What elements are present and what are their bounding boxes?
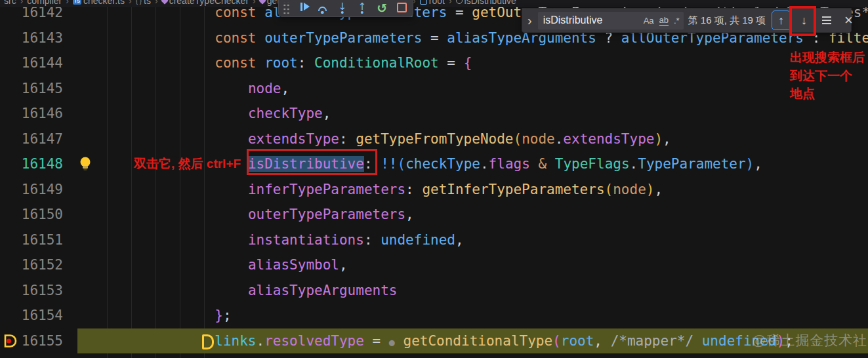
line-number[interactable]: 16146: [0, 101, 63, 127]
code-token: ): [646, 182, 655, 197]
code-token: flags: [489, 156, 530, 172]
code-line[interactable]: aliasTypeArguments: [82, 278, 868, 304]
find-close-button[interactable]: [840, 11, 858, 30]
step-into-icon[interactable]: [335, 0, 349, 14]
regex-toggle[interactable]: .*: [674, 16, 680, 26]
code-token: .: [480, 156, 489, 172]
restart-icon[interactable]: [375, 0, 389, 14]
code-token: ,: [339, 257, 348, 273]
annotation-tip-line: 到达下一个: [790, 67, 865, 85]
match-case-toggle[interactable]: Aa: [644, 16, 654, 26]
line-number[interactable]: 16154: [0, 303, 63, 328]
code-line[interactable]: aliasSymbol,: [82, 252, 868, 278]
code-line[interactable]: instantiations: undefined,: [82, 228, 868, 253]
code-token: [82, 182, 248, 197]
code-token: getConditionalType: [403, 333, 553, 349]
lightbulb-icon[interactable]: [78, 156, 93, 173]
code-token: =: [364, 333, 389, 349]
field-icon: [420, 0, 427, 5]
breakpoint-stackframe-icon[interactable]: [3, 334, 18, 349]
code-token: TypeFlags: [555, 156, 630, 172]
code-token: [82, 207, 248, 222]
breadcrumb-item-ts[interactable]: ts: [136, 0, 151, 6]
vscode-editor-window: 1614216143161441614516146161471614816149…: [0, 0, 868, 358]
breadcrumb-separator: ›: [253, 0, 256, 6]
code-line[interactable]: const root: ConditionalRoot = {: [82, 50, 868, 76]
find-toggles: Aaab.*: [644, 15, 680, 26]
breadcrumb-label: compiler: [27, 0, 62, 6]
line-number[interactable]: 16151: [0, 228, 63, 253]
code-token: [82, 30, 215, 46]
code-line[interactable]: node,: [82, 76, 868, 102]
code-token: [82, 232, 248, 248]
whole-word-toggle[interactable]: ab: [659, 15, 669, 26]
breadcrumb-item-src[interactable]: src: [4, 0, 16, 6]
method-icon: [258, 0, 266, 5]
line-number[interactable]: 16150: [0, 202, 63, 228]
code-token: (: [605, 182, 613, 197]
breadcrumb-item-checker.ts[interactable]: checker.ts: [73, 0, 125, 6]
breadcrumb-separator: ›: [66, 0, 69, 6]
breadcrumb-label: checker.ts: [83, 0, 125, 6]
breadcrumb-item-root[interactable]: root: [420, 0, 445, 6]
code-token: getInferTypeParameters: [422, 182, 604, 197]
code-token: =: [422, 30, 447, 46]
line-number[interactable]: 16147: [0, 127, 63, 152]
code-token: [547, 156, 555, 172]
debug-toolbar[interactable]: [278, 0, 413, 17]
line-number[interactable]: 16148: [0, 151, 63, 177]
ts-file-icon: [73, 0, 81, 5]
line-number[interactable]: 16153: [0, 278, 63, 304]
continue-icon[interactable]: [296, 0, 310, 14]
code-token: (: [513, 131, 522, 147]
code-line[interactable]: links.resolvedType = ● getConditionalTyp…: [82, 328, 868, 354]
code-line[interactable]: checkType,: [82, 101, 868, 127]
code-token: instantiations: [248, 232, 364, 248]
code-token: [82, 257, 248, 273]
line-number[interactable]: 16149: [0, 177, 63, 203]
line-number[interactable]: 16143: [0, 26, 63, 51]
breadcrumb-separator: ›: [129, 0, 132, 6]
line-number[interactable]: 16152: [0, 252, 63, 278]
stop-icon[interactable]: [395, 0, 409, 14]
code-token: [82, 81, 248, 96]
code-token: [395, 333, 403, 349]
find-input[interactable]: [542, 14, 639, 27]
code-token: isDistributive: [248, 156, 364, 172]
breadcrumb-label: createTypeChecker: [169, 0, 249, 6]
code-token: ,: [405, 207, 414, 222]
code-token: ,: [754, 156, 762, 172]
line-number[interactable]: 16156: [0, 353, 63, 358]
annotation-tip-line: 出现搜索框后: [790, 49, 865, 67]
code-token: .: [257, 333, 265, 349]
code-line[interactable]: outerTypeParameters,: [82, 202, 868, 228]
breadcrumb-item-createTypeChecker[interactable]: createTypeChecker: [162, 0, 249, 6]
code-line[interactable]: inferTypeParameters: getInferTypeParamet…: [82, 177, 868, 203]
breadcrumb-item-isDistributive[interactable]: isDistributive: [456, 0, 516, 6]
code-token: ConditionalRoot: [314, 55, 439, 71]
find-previous-button[interactable]: [772, 10, 791, 30]
step-over-icon[interactable]: [316, 0, 329, 14]
toggle-replace-chevron[interactable]: ›: [526, 14, 533, 27]
code-line[interactable]: if (outerTypeParameters) {: [82, 353, 868, 358]
code-token: ): [746, 156, 754, 172]
code-area[interactable]: const allOuterTypeParameters = getOuterT…: [0, 0, 868, 358]
code-line[interactable]: };: [82, 303, 868, 328]
code-token: .: [555, 131, 564, 147]
code-line[interactable]: extendsType: getTypeFromTypeNode(node.ex…: [82, 127, 868, 152]
find-next-button[interactable]: [795, 11, 813, 30]
code-token: ●: [389, 336, 395, 348]
step-out-icon[interactable]: [355, 0, 369, 14]
line-number[interactable]: 16145: [0, 76, 63, 102]
code-token: node: [522, 131, 555, 147]
breadcrumb: src›compiler›checker.ts›ts›createTypeChe…: [4, 0, 516, 6]
find-in-selection-button[interactable]: [817, 11, 835, 30]
code-token: [82, 333, 215, 349]
find-input-box[interactable]: Aaab.*: [538, 12, 684, 30]
code-token: const: [215, 30, 264, 46]
code-token: undefined: [381, 232, 455, 248]
breadcrumb-item-compiler[interactable]: compiler: [27, 0, 62, 6]
line-number[interactable]: 16144: [0, 50, 63, 76]
code-token: :: [405, 182, 422, 197]
code-token: links: [215, 333, 256, 349]
